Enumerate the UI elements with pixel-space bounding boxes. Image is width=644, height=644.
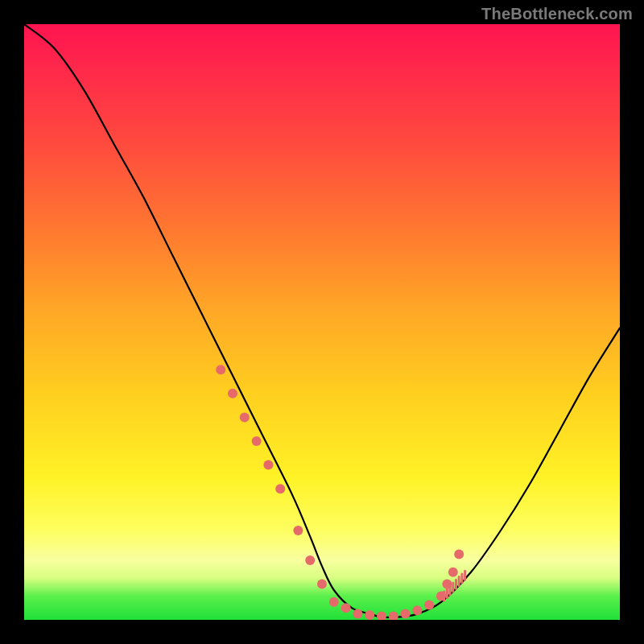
gradient-background	[24, 24, 620, 620]
plot-area	[24, 24, 620, 620]
chart-frame: TheBottleneck.com	[0, 0, 644, 644]
attribution-text: TheBottleneck.com	[481, 5, 633, 23]
